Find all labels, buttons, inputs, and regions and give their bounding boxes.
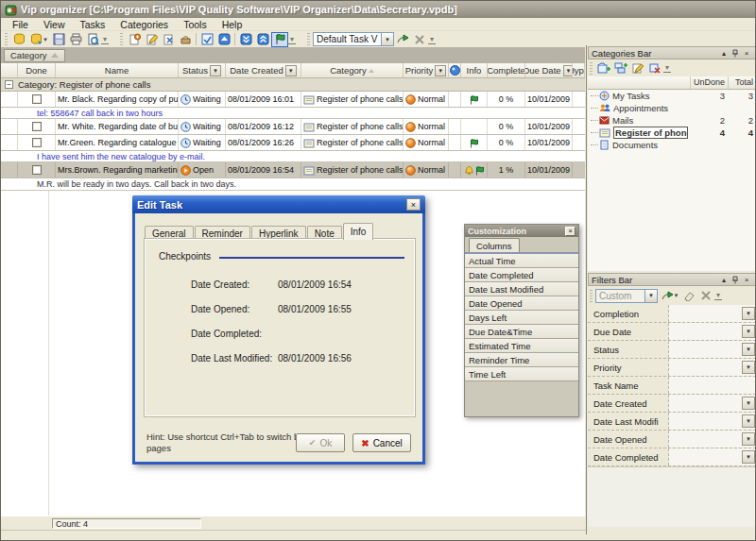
filter-dropdown-icon[interactable]: ▼: [742, 307, 755, 320]
task-checkbox[interactable]: [32, 165, 42, 175]
priority-filter-dropdown-icon[interactable]: ▼: [435, 65, 446, 76]
filter-value-field[interactable]: ▼: [669, 413, 756, 430]
toolbar-overflow-icon[interactable]: ▾: [288, 35, 296, 44]
filter-dropdown-icon[interactable]: ▼: [742, 343, 755, 356]
categories-bar-titlebar[interactable]: Categories Bar ▴ ×: [588, 46, 756, 59]
filter-value-field[interactable]: ▼: [669, 323, 756, 340]
filter-dropdown-icon[interactable]: ▼: [742, 450, 755, 464]
column-option-time-left[interactable]: Time Left: [465, 367, 578, 381]
tab-note[interactable]: Note: [307, 226, 342, 240]
column-option-date-opened[interactable]: Date Opened: [465, 296, 578, 311]
delete-task-icon[interactable]: [160, 32, 177, 47]
save-database-icon[interactable]: [50, 32, 67, 47]
task-row[interactable]: Mr. Black. Regarding copy of purchasing …: [1, 92, 585, 108]
customization-titlebar[interactable]: Customization ×: [465, 225, 578, 237]
window-titlebar[interactable]: Vip organizer [C:\Program Files\VIP Qual…: [1, 1, 756, 18]
cancel-button[interactable]: ✖ Cancel: [352, 433, 411, 452]
filter-row-status[interactable]: Status ▼: [588, 341, 756, 359]
column-option-actual-time[interactable]: Actual Time: [465, 254, 578, 268]
filter-row-date-last-modified[interactable]: Date Last Modifi ▼: [588, 413, 756, 431]
apply-view-icon[interactable]: [394, 32, 411, 47]
menu-tools[interactable]: Tools: [176, 18, 215, 30]
filter-value-field[interactable]: ▼: [669, 448, 756, 465]
filter-value-field[interactable]: ▼: [669, 395, 756, 412]
collapse-panel-icon[interactable]: ▴: [718, 275, 730, 285]
status-filter-dropdown-icon[interactable]: ▼: [210, 65, 221, 76]
apply-filter-icon[interactable]: ▾: [658, 288, 680, 303]
menu-help[interactable]: Help: [215, 18, 250, 30]
filter-row-task-name[interactable]: Task Name: [588, 377, 756, 395]
menu-categories[interactable]: Categories: [112, 18, 176, 30]
filter-row-date-created[interactable]: Date Created ▼: [588, 395, 756, 413]
column-header-alert[interactable]: [449, 63, 461, 77]
group-by-category-button[interactable]: Category: [4, 49, 65, 62]
open-database-dropdown-icon[interactable]: ▾: [43, 36, 47, 43]
done-checkbox-icon[interactable]: [198, 32, 215, 47]
ok-button[interactable]: ✔ Ok: [296, 433, 345, 452]
filter-value-field[interactable]: ▼: [669, 431, 756, 448]
filter-value-field[interactable]: [669, 377, 756, 394]
task-checkbox[interactable]: [32, 138, 42, 147]
tab-general[interactable]: General: [145, 226, 194, 240]
expand-all-icon[interactable]: [237, 32, 254, 47]
apply-filter-dropdown-icon[interactable]: ▾: [675, 292, 679, 299]
column-header-name[interactable]: Name: [56, 63, 179, 77]
filter-row-priority[interactable]: Priority ▼: [588, 359, 756, 377]
column-header-complete[interactable]: Complete: [488, 63, 525, 77]
menu-tasks[interactable]: Tasks: [73, 18, 113, 30]
filter-dropdown-icon[interactable]: ▼: [742, 397, 755, 410]
toolbar-overflow-icon[interactable]: ▾: [101, 35, 109, 44]
category-item-my-tasks[interactable]: My Tasks 3 3: [588, 90, 756, 102]
filter-value-field[interactable]: ▼: [669, 305, 756, 322]
edit-category-icon[interactable]: [629, 60, 646, 76]
toolbar-overflow-icon[interactable]: ▾: [714, 291, 722, 300]
column-header-done[interactable]: Done: [18, 63, 56, 77]
column-header-hyperlink[interactable]: Hype: [573, 63, 585, 77]
close-icon[interactable]: ×: [565, 227, 576, 236]
task-checkbox[interactable]: [32, 94, 42, 104]
toolbar-drag-handle[interactable]: [590, 290, 593, 302]
category-item-appointments[interactable]: Appointments: [588, 102, 756, 114]
column-option-days-left[interactable]: Days Left: [465, 311, 578, 325]
tab-columns[interactable]: Columns: [469, 238, 520, 252]
column-header-date-created[interactable]: Date Created ▼: [226, 63, 301, 77]
task-row[interactable]: Mr. White. Regarding date of business me…: [1, 119, 585, 135]
date-created-filter-dropdown-icon[interactable]: ▼: [285, 65, 297, 76]
filters-bar-titlebar[interactable]: Filters Bar ▴ ×: [588, 273, 756, 286]
delete-category-icon[interactable]: [646, 60, 663, 76]
collapse-group-icon[interactable]: −: [5, 80, 13, 89]
add-subcategory-icon[interactable]: [612, 60, 629, 76]
clear-filter-icon[interactable]: [680, 288, 697, 303]
new-database-icon[interactable]: [10, 32, 27, 47]
filter-value-field[interactable]: ▼: [669, 359, 756, 376]
delete-filter-icon[interactable]: [697, 288, 714, 303]
total-column-header[interactable]: Total: [728, 76, 756, 89]
column-option-estimated-time[interactable]: Estimated Time: [465, 339, 578, 353]
category-item-register-of-phone-calls[interactable]: Register of phone calls 4 4: [588, 127, 756, 139]
column-option-due-date-time[interactable]: Due Date&Time: [465, 325, 578, 339]
category-group-row[interactable]: − Category: Register of phone calls: [1, 78, 585, 92]
filter-row-completion[interactable]: Completion ▼: [588, 305, 756, 323]
tab-info[interactable]: Info: [343, 223, 374, 240]
category-item-documents[interactable]: Documents: [588, 139, 756, 151]
task-checkbox[interactable]: [32, 122, 42, 131]
column-option-reminder-time[interactable]: Reminder Time: [465, 353, 578, 367]
edit-task-icon[interactable]: [143, 32, 160, 47]
task-view-combo-dropdown-icon[interactable]: ▼: [381, 33, 393, 45]
column-header-status[interactable]: Status ▼: [179, 63, 226, 77]
filter-row-date-opened[interactable]: Date Opened ▼: [588, 431, 756, 448]
column-header-category[interactable]: Category: [301, 63, 404, 77]
close-panel-icon[interactable]: ×: [741, 48, 752, 59]
toolbar-overflow-icon[interactable]: ▾: [428, 35, 436, 44]
column-header-due-date[interactable]: Due Date ▼: [525, 63, 573, 77]
pin-panel-icon[interactable]: [730, 275, 741, 285]
move-up-icon[interactable]: [215, 32, 232, 47]
open-database-icon[interactable]: ▾: [27, 32, 50, 47]
filter-row-date-completed[interactable]: Date Completed ▼: [588, 448, 756, 466]
delete-view-icon[interactable]: [411, 32, 428, 47]
flagged-view-icon[interactable]: [271, 32, 288, 47]
filter-dropdown-icon[interactable]: ▼: [742, 432, 755, 446]
task-view-combo[interactable]: Default Task V ▼: [313, 32, 394, 46]
filter-dropdown-icon[interactable]: ▼: [742, 361, 755, 374]
tab-reminder[interactable]: Reminder: [195, 226, 250, 240]
